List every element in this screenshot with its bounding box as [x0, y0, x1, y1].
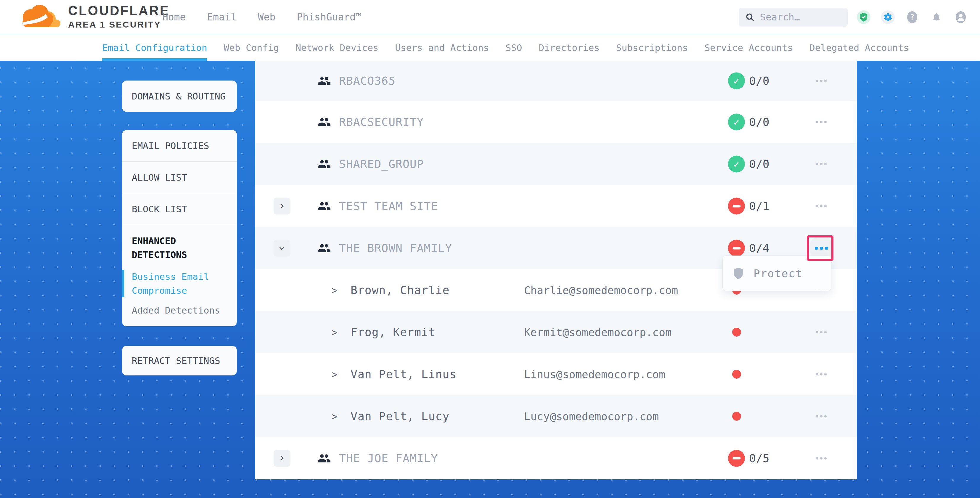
protected-count: 0/5: [749, 452, 770, 465]
brand-name: CLOUDFLARE: [68, 4, 170, 17]
sidebar-item-added-detections[interactable]: Added Detections: [132, 305, 227, 316]
nav-email[interactable]: Email: [207, 11, 236, 23]
row-name: Brown, Charlie: [350, 284, 449, 297]
search-box[interactable]: [739, 8, 848, 27]
brand-subtitle: AREA 1 SECURITY: [68, 19, 170, 30]
nav-home[interactable]: Home: [162, 11, 186, 23]
cloudflare-cloud-icon: [17, 4, 65, 30]
row-name: THE BROWN FAMILY: [339, 242, 452, 255]
row-name: Van Pelt, Lucy: [350, 410, 449, 423]
status-badge: [728, 73, 745, 89]
tab-web-config[interactable]: Web Config: [224, 34, 279, 61]
group-icon: [317, 157, 331, 171]
protected-count: 0/0: [749, 158, 770, 170]
table-row: > Van Pelt, Linus Linus@somedemocorp.com: [255, 353, 857, 395]
status-badge: [728, 240, 745, 257]
status-badge: [728, 198, 745, 215]
sidebar-item-email-policies[interactable]: EMAIL POLICIES: [122, 130, 237, 162]
group-icon: [317, 199, 331, 213]
tab-users-and-actions[interactable]: Users and Actions: [395, 34, 489, 61]
protected-count: 0/1: [749, 200, 770, 213]
nav-phishguard[interactable]: PhishGuard™: [297, 11, 361, 23]
row-menu-button[interactable]: [807, 110, 836, 134]
shield-check-icon[interactable]: [857, 10, 870, 24]
table-row: RBACO365 0/0: [255, 61, 857, 101]
sidebar-enhanced-detections: ENHANCED DETECTIONS Business Email Compr…: [122, 225, 237, 316]
bell-icon[interactable]: [930, 10, 943, 24]
row-email: Linus@somedemocorp.com: [524, 368, 665, 380]
tab-subscriptions[interactable]: Subscriptions: [616, 34, 688, 61]
sidebar-item-block-list[interactable]: BLOCK LIST: [122, 193, 237, 225]
user-avatar-icon[interactable]: [954, 10, 967, 24]
user-expand-icon[interactable]: >: [332, 326, 337, 338]
user-expand-icon[interactable]: >: [332, 285, 337, 296]
tab-service-accounts[interactable]: Service Accounts: [704, 34, 793, 61]
protect-label: Protect: [754, 267, 803, 280]
protected-count: 0/4: [749, 242, 770, 255]
sidebar-label: DOMAINS & ROUTING: [132, 91, 226, 102]
table-row: > Frog, Kermit Kermit@somedemocorp.com: [255, 311, 857, 353]
status-badge: [732, 412, 741, 421]
row-name: Van Pelt, Linus: [350, 368, 457, 381]
table-row: > Van Pelt, Lucy Lucy@somedemocorp.com: [255, 395, 857, 437]
table-row: › TEST TEAM SITE 0/1: [255, 185, 857, 227]
help-icon[interactable]: ?: [905, 10, 919, 24]
user-expand-icon[interactable]: >: [332, 369, 337, 380]
row-name: Frog, Kermit: [350, 326, 436, 339]
row-menu-button[interactable]: [807, 404, 836, 429]
status-badge: [728, 114, 745, 130]
group-icon: [317, 115, 331, 129]
nav-web[interactable]: Web: [258, 11, 276, 23]
page-content: DOMAINS & ROUTING EMAIL POLICIES ALLOW L…: [0, 61, 980, 498]
sidebar-policies-card: EMAIL POLICIES ALLOW LIST BLOCK LIST ENH…: [122, 130, 237, 326]
enhanced-detections-title: ENHANCED DETECTIONS: [132, 234, 227, 261]
group-icon: [317, 452, 331, 465]
group-icon: [317, 74, 331, 88]
tab-email-configuration[interactable]: Email Configuration: [102, 34, 207, 61]
row-menu-button[interactable]: [807, 194, 836, 218]
shield-icon: [733, 267, 744, 280]
section-tabbar: Email ConfigurationWeb ConfigNetwork Dev…: [0, 34, 980, 61]
search-icon: [745, 13, 755, 22]
top-nav: Home Email Web PhishGuard™: [162, 11, 361, 23]
sidebar-item-domains-routing[interactable]: DOMAINS & ROUTING: [122, 81, 237, 112]
sidebar-item-business-email-compromise[interactable]: Business Email Compromise: [122, 270, 227, 297]
table-row: SHARED_GROUP 0/0: [255, 143, 857, 185]
status-badge: [732, 370, 741, 379]
row-email: Charlie@somedemocorp.com: [524, 284, 678, 296]
sidebar-item-retract-settings[interactable]: RETRACT SETTINGS: [122, 346, 237, 375]
row-email: Lucy@somedemocorp.com: [524, 410, 659, 423]
row-menu-button[interactable]: [807, 320, 836, 345]
row-email: Kermit@somedemocorp.com: [524, 326, 672, 339]
row-menu-button[interactable]: [807, 151, 836, 177]
row-menu-button[interactable]: [807, 362, 836, 387]
table-row: RBACSECURITY 0/0: [255, 101, 857, 143]
protected-count: 0/0: [749, 116, 770, 129]
row-name: RBACO365: [339, 74, 396, 88]
tab-sso[interactable]: SSO: [506, 34, 522, 61]
user-expand-icon[interactable]: >: [332, 410, 337, 422]
app-header: CLOUDFLARE AREA 1 SECURITY Home Email We…: [0, 0, 980, 34]
protected-count: 0/0: [749, 74, 770, 88]
protect-menu-item[interactable]: Protect: [722, 256, 831, 291]
group-icon: [317, 241, 331, 255]
sidebar-item-allow-list[interactable]: ALLOW LIST: [122, 162, 237, 193]
row-name: SHARED_GROUP: [339, 158, 424, 170]
expand-toggle-button[interactable]: ›: [274, 240, 290, 257]
row-name: TEST TEAM SITE: [339, 200, 438, 213]
expand-toggle-button[interactable]: ›: [274, 450, 290, 467]
tab-network-devices[interactable]: Network Devices: [296, 34, 379, 61]
row-menu-button[interactable]: [807, 446, 836, 471]
row-name: THE JOE FAMILY: [339, 452, 438, 465]
search-input[interactable]: [760, 11, 837, 23]
expand-toggle-button[interactable]: ›: [274, 198, 290, 215]
row-menu-button[interactable]: [807, 68, 836, 93]
status-badge: [728, 450, 745, 467]
tab-directories[interactable]: Directories: [539, 34, 600, 61]
gear-icon[interactable]: [881, 10, 895, 24]
svg-text:?: ?: [910, 13, 914, 21]
status-badge: [732, 328, 741, 337]
action-highlight-box: [807, 235, 834, 261]
table-row: › THE JOE FAMILY 0/5: [255, 437, 857, 479]
tab-delegated-accounts[interactable]: Delegated Accounts: [810, 34, 909, 61]
